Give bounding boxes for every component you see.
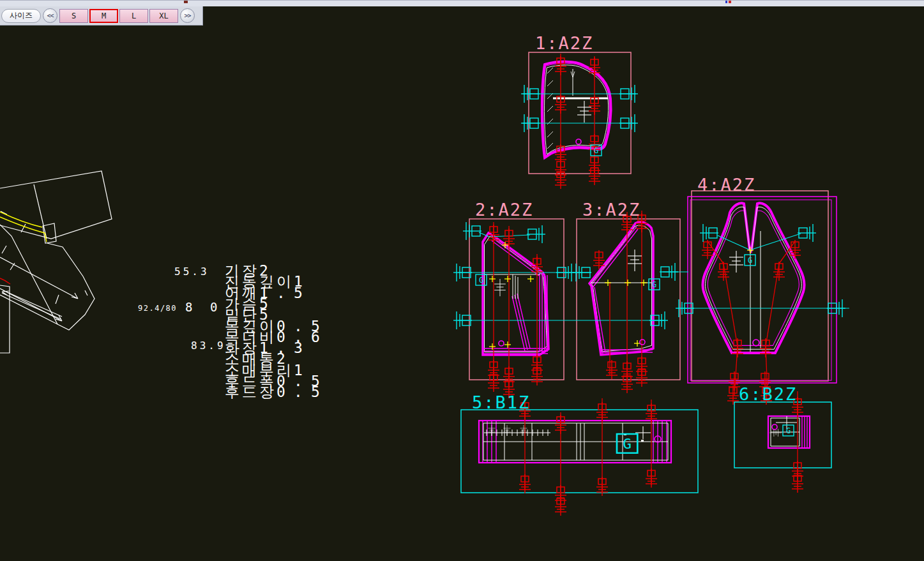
piece-label-2: 2:A2Z [475, 200, 533, 220]
ungraded-pattern-pieces[interactable] [0, 171, 112, 353]
measure-row: 후드장0.5 [225, 384, 328, 400]
grain-g-marker: G [617, 434, 637, 453]
grade-nest-line [512, 296, 525, 351]
grade-mark-icon [760, 338, 771, 357]
seam-curve [0, 278, 10, 284]
piece-label-1: 1:A2Z [535, 33, 593, 53]
grade-mark-icon [773, 262, 785, 281]
pattern-outline [0, 171, 112, 239]
svg-text:G: G [748, 256, 752, 265]
size-button-xl[interactable]: XL [149, 9, 178, 23]
measure-char: 6 [311, 329, 328, 345]
svg-text:G: G [786, 426, 791, 435]
grade-mark-icon [792, 474, 803, 493]
piece-4-box-outer [688, 197, 837, 383]
grade-mark-icon [519, 474, 531, 493]
grading-line [766, 264, 779, 347]
align-clamp-icon [619, 114, 638, 132]
measure-value: 55.3 [174, 266, 209, 278]
grade-mark-icon [636, 368, 648, 387]
grain-g-marker: G [783, 425, 794, 436]
grade-mark-icon [555, 94, 566, 114]
grade-mark-icon [621, 374, 633, 393]
style-curve [0, 217, 47, 242]
align-clamp-icon [660, 263, 678, 281]
grading-marks-layer [453, 56, 845, 516]
piece-4-raglan-sleeve[interactable] [703, 203, 805, 353]
piece-label-5: 5:B1Z [472, 393, 530, 412]
measure-mark-icon [769, 429, 782, 437]
measure-value: 83.9 [191, 340, 226, 352]
size-toolbar: 사이즈 << SMLXL >> [0, 6, 203, 26]
notch-cross-icon [504, 276, 511, 282]
buttonhole-circle [640, 340, 645, 345]
grade-mark-icon [555, 497, 566, 516]
size-prev-button[interactable]: << [43, 8, 57, 23]
align-clamp-icon [573, 264, 591, 281]
size-button-s[interactable]: S [59, 9, 88, 23]
measure-mark-icon [577, 101, 591, 123]
align-clamp-icon [798, 224, 816, 242]
notch-ticks [1, 211, 87, 304]
titlebar-fragment-icon [184, 1, 188, 3]
measure-char: 드 [242, 384, 259, 400]
measure-char: 5 [294, 285, 311, 301]
notch-cross-icon [625, 280, 631, 286]
buttonhole-circle [772, 424, 777, 430]
grade-mark-icon [555, 170, 566, 189]
buttonhole-circle [499, 341, 504, 346]
window-top-strip [0, 0, 924, 6]
grade-nest-line [515, 295, 527, 350]
measure-mark-icon [628, 250, 642, 271]
measure-char: 5 [311, 384, 328, 400]
grade-mark-icon [732, 338, 743, 357]
measure-rows: 기장2진동깊이1어깨1.5가슴5밑단5목깊이0.5목너비0.6화장1.3소매통2… [225, 263, 416, 429]
titlebar-fragment-icon [729, 1, 731, 3]
svg-text:G: G [479, 276, 483, 285]
piece-3-back-bodice[interactable] [589, 222, 653, 355]
piece-label-6: 6:B2Z [739, 384, 797, 404]
grade-nest-line [494, 239, 541, 274]
measure-value: 92.4/80 [138, 304, 177, 313]
align-clamp-icon [556, 264, 575, 281]
size-button-m[interactable]: M [89, 9, 118, 23]
grade-nest-line [517, 294, 530, 348]
align-clamp-icon [463, 222, 481, 240]
grain-arrow [0, 257, 78, 299]
measure-char: 0 [276, 384, 294, 400]
buttonhole-circle [576, 139, 581, 144]
grade-mark-icon [555, 415, 566, 434]
notch-cross-icon [527, 276, 534, 282]
grade-mark-icon [646, 403, 657, 423]
measure-mark-icon [520, 425, 527, 436]
pattern-canvas[interactable]: G G G G G G 1:A2Z 2:A2Z 3:A2Z 4:A2Z 5:B1… [0, 0, 924, 561]
buttonhole-circle [753, 340, 759, 346]
measure-char: 장 [259, 384, 276, 400]
grade-mark-icon [718, 262, 729, 281]
measure-mark-icon [729, 251, 743, 273]
grade-mark-icon [596, 402, 608, 421]
grade-mark-icon [589, 166, 600, 185]
titlebar-fragment-icon [725, 1, 727, 3]
size-buttons: SMLXL [59, 9, 178, 23]
measure-char: 후 [225, 384, 242, 400]
svg-text:G: G [652, 280, 656, 289]
size-toolbar-label: 사이즈 [1, 9, 41, 23]
measure-char: . [276, 285, 294, 301]
grade-mark-icon [702, 240, 713, 259]
size-button-l[interactable]: L [119, 9, 148, 23]
measure-value: 8 0 [185, 300, 222, 314]
grain-g-marker: G [745, 255, 755, 266]
grade-mark-icon [606, 360, 617, 379]
grain-g-marker: G [649, 279, 660, 290]
align-clamp-icon [521, 85, 540, 103]
measure-mark-icon [494, 279, 506, 296]
drill-dot [641, 440, 644, 442]
align-clamp-icon [619, 85, 638, 103]
piece-label-3: 3:A2Z [582, 200, 640, 220]
sleeve-outline [0, 243, 95, 330]
grade-mark-icon [646, 468, 657, 488]
size-next-button[interactable]: >> [180, 8, 195, 23]
alignment-line [718, 236, 749, 250]
notch-cross-icon [504, 341, 511, 348]
